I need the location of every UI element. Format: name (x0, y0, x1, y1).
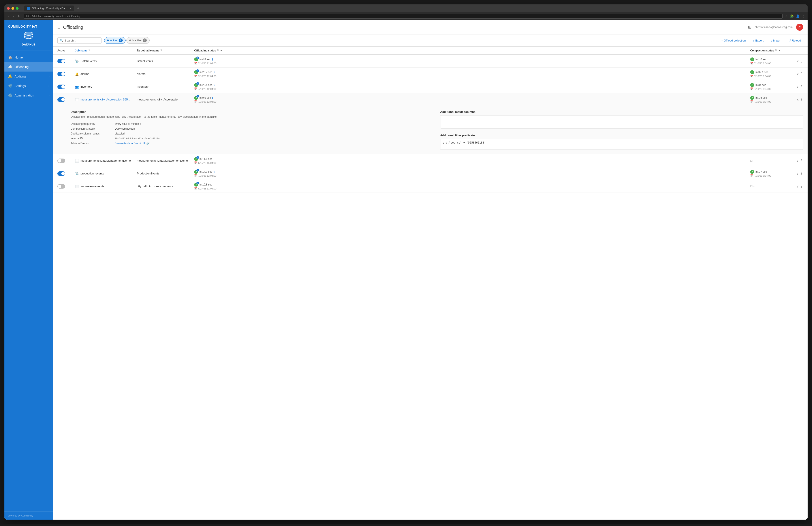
row-expand-icon[interactable]: ∨ (797, 59, 799, 63)
sidebar-item-home[interactable]: 🏠 Home (4, 53, 53, 62)
table-row-expanded: 📊 measurements c8y_Acceleration 555... m… (53, 93, 808, 106)
offloading-badge-inventory: 4 (197, 82, 199, 85)
offloading-label: Offloading (15, 65, 29, 69)
cal-icon-measurements: 📅 (194, 100, 197, 103)
row-menu-tm[interactable]: ⋮ (800, 184, 803, 188)
app-name: DATAHUB (8, 43, 49, 46)
active-filter-tab[interactable]: Active 5 (104, 37, 126, 44)
bookmark-icon[interactable]: ☆ (785, 14, 788, 18)
additional-columns-textarea[interactable] (440, 115, 803, 129)
row-menu-inventory[interactable]: ⋮ (800, 85, 803, 89)
inactive-label: Inactive (132, 39, 142, 42)
row-expand-alarms[interactable]: ∨ (797, 72, 799, 76)
calendar-icon: 📅 (194, 62, 197, 65)
forward-button[interactable]: › (12, 14, 15, 18)
sidebar-item-auditing[interactable]: 🔔 Auditing › (4, 72, 53, 81)
search-input[interactable] (64, 39, 99, 42)
svg-point-3 (30, 37, 31, 38)
info-icon[interactable]: ℹ (212, 58, 213, 61)
compaction-success-icon-alarms: ✓ (750, 70, 754, 74)
toggle-measurements[interactable] (57, 97, 75, 102)
frequency-value: every hour at minute 4 (115, 122, 141, 125)
offloading-icon: ☁️ (8, 65, 12, 69)
offloading-date-inventory: 7/10/23 12:04:00 (198, 88, 216, 90)
table-row: 👥 inventory inventory ✓ 4 in 23.4 sec ℹ (53, 80, 808, 93)
job-name-cell-production: 📡 production_events (75, 172, 137, 175)
col-job-name[interactable]: Job name ⇅ (75, 49, 137, 52)
profile-icon[interactable]: 👤 (796, 14, 800, 18)
info-icon-inventory[interactable]: ℹ (214, 84, 215, 87)
inactive-count-badge: 2 (143, 39, 147, 42)
grid-apps-icon[interactable]: ⊞ (748, 25, 751, 30)
row-menu-dm[interactable]: ⋮ (800, 158, 803, 163)
browser-tab[interactable]: Offloading / Cumulocity - Dat... ✕ (24, 5, 74, 11)
toggle-batch-events[interactable] (57, 59, 75, 63)
row-actions-alarms: ∨ ⋮ (794, 72, 803, 76)
import-label: Import (773, 39, 781, 42)
internal-id-label: Internal ID (71, 137, 115, 140)
compaction-strategy-value: Daily compaction (115, 127, 135, 130)
compaction-status-batchevents: ✓ in 1.6 sec 📅 7/10/23 6:34:00 (750, 57, 794, 65)
offloading-status-inventory: ✓ 4 in 23.4 sec ℹ 📅 7/10/23 12:04:00 (194, 83, 750, 90)
row-expand-prod[interactable]: ∨ (797, 172, 799, 175)
batch-events-icon: 📡 (75, 59, 79, 63)
detail-description: Description Offloading of "measurements"… (71, 110, 434, 119)
job-name-production: production_events (81, 172, 104, 175)
export-button[interactable]: ↑ Export (751, 38, 766, 43)
offload-collection-label: Offload collection (724, 39, 746, 42)
row-expand-inventory[interactable]: ∨ (797, 85, 799, 88)
reload-button[interactable]: ↺ Reload (786, 38, 803, 43)
reload-browser-button[interactable]: ↻ (17, 14, 21, 18)
row-expand-tm[interactable]: ∨ (797, 185, 799, 188)
info-icon-prod[interactable]: ℹ (214, 170, 215, 173)
administration-icon: ⚙️ (8, 93, 12, 97)
col-target-label: Target table name (137, 49, 159, 52)
toggle-inventory[interactable] (57, 85, 75, 89)
job-name-cell-datamanagement: 📊 measurements DataManagementDemo (75, 159, 137, 162)
back-button[interactable]: ‹ (7, 14, 10, 18)
toggle-production-events[interactable] (57, 171, 75, 176)
maximize-dot[interactable] (16, 7, 18, 10)
tab-title: Offloading / Cumulocity - Dat... (32, 7, 68, 10)
info-icon-measurements[interactable]: ℹ (212, 96, 213, 100)
datamanagement-icon: 📊 (75, 159, 79, 162)
inactive-filter-tab[interactable]: Inactive 2 (127, 37, 149, 44)
offloading-filter-icon[interactable]: ▼ (220, 49, 223, 52)
row-menu-alarms[interactable]: ⋮ (800, 72, 803, 76)
sidebar: CUMULOCITY IoT DATAHUB 🏠 Home (4, 20, 53, 520)
browse-dremio-link[interactable]: Browse table in Dremio UI 🔗 (115, 142, 149, 145)
user-avatar[interactable]: C (796, 24, 803, 31)
sidebar-item-settings[interactable]: ⚙️ Settings › (4, 81, 53, 90)
toggle-tm-measurements[interactable] (57, 184, 75, 188)
tab-close-icon[interactable]: ✕ (70, 7, 71, 10)
new-tab-button[interactable]: + (77, 6, 79, 11)
extension-icon[interactable]: 🧩 (790, 14, 794, 18)
compaction-time-alarms: in 32.1 sec (755, 71, 768, 74)
import-button[interactable]: ↓ Import (768, 38, 783, 43)
menu-dots-icon[interactable]: ⋮ (802, 14, 805, 18)
offloading-date-prod: 7/10/23 12:04:00 (198, 174, 216, 177)
row-expand-dm[interactable]: ∨ (797, 159, 799, 162)
address-field[interactable] (24, 14, 783, 18)
job-name-link-measurements[interactable]: measurements c8y_Acceleration 555... (81, 98, 130, 101)
measurements-icon: 📊 (75, 98, 79, 101)
row-menu-measurements[interactable]: ⋮ (800, 97, 803, 102)
sidebar-item-administration[interactable]: ⚙️ Administration › (4, 90, 53, 100)
prop-internal-id: Internal ID 76c0d471-65cf-4dcc-a72e-c2ce… (71, 137, 434, 140)
sidebar-item-offloading[interactable]: ☁️ Offloading (4, 62, 53, 72)
compaction-date-measurements: 7/10/23 6:34:00 (754, 100, 771, 103)
compaction-filter-icon[interactable]: ▼ (778, 49, 781, 52)
close-dot[interactable] (7, 7, 10, 10)
minimize-dot[interactable] (12, 7, 14, 10)
offload-collection-button[interactable]: ○ Offload collection (719, 38, 748, 43)
production-events-icon: 📡 (75, 172, 79, 175)
compaction-cal-alarms: 📅 (750, 75, 753, 77)
offloading-time-prod: in 14.7 sec (200, 170, 212, 173)
info-icon-alarms[interactable]: ℹ (214, 71, 215, 74)
row-menu-prod[interactable]: ⋮ (800, 171, 803, 175)
toggle-datamanagement[interactable] (57, 158, 75, 163)
row-collapse-measurements[interactable]: ∧ (797, 98, 799, 101)
hamburger-menu-icon[interactable]: ☰ (57, 25, 60, 29)
row-menu-icon[interactable]: ⋮ (800, 59, 803, 63)
toggle-alarms[interactable] (57, 72, 75, 76)
